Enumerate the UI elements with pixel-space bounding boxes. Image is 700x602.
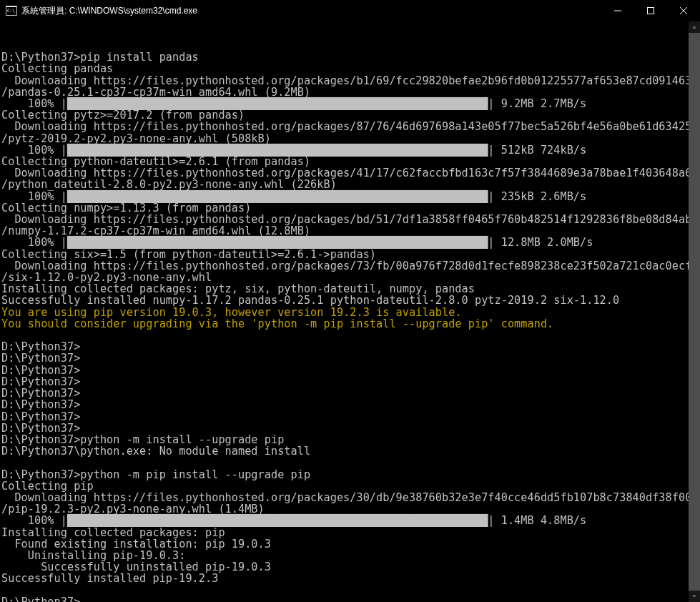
window-title: 系統管理員: C:\WINDOWS\system32\cmd.exe: [21, 5, 601, 17]
window-controls: [601, 0, 700, 21]
terminal-line: D:\Python37\python.exe: No module named …: [1, 445, 310, 458]
scroll-down-button[interactable]: [689, 591, 700, 602]
maximize-button[interactable]: [634, 0, 667, 21]
progress-info: | 9.2MB 2.7MB/s: [488, 97, 586, 110]
progress-info: | 512kB 724kB/s: [488, 144, 586, 157]
svg-marker-8: [692, 595, 696, 598]
prompt: D:\Python37>: [1, 596, 80, 602]
terminal-line: Successfully installed pip-19.2.3: [1, 572, 218, 585]
close-button[interactable]: [667, 0, 700, 21]
svg-marker-7: [692, 26, 696, 29]
progress-info: | 235kB 2.6MB/s: [488, 190, 586, 203]
terminal-output[interactable]: D:\Python37>pip install pandas Collectin…: [0, 21, 700, 602]
progress-info: | 12.8MB 2.0MB/s: [488, 236, 593, 249]
progress-info: | 1.4MB 4.8MB/s: [488, 514, 586, 527]
cmd-icon: C:\: [6, 6, 17, 16]
window-titlebar[interactable]: C:\ 系統管理員: C:\WINDOWS\system32\cmd.exe: [0, 0, 700, 21]
minimize-button[interactable]: [601, 0, 634, 21]
scroll-up-button[interactable]: [689, 21, 700, 33]
svg-rect-4: [648, 8, 654, 14]
vertical-scrollbar[interactable]: [689, 21, 700, 602]
scrollbar-thumb[interactable]: [689, 33, 700, 591]
svg-text:C:\: C:\: [7, 8, 15, 13]
pip-warning: You should consider upgrading via the 'p…: [1, 317, 553, 330]
